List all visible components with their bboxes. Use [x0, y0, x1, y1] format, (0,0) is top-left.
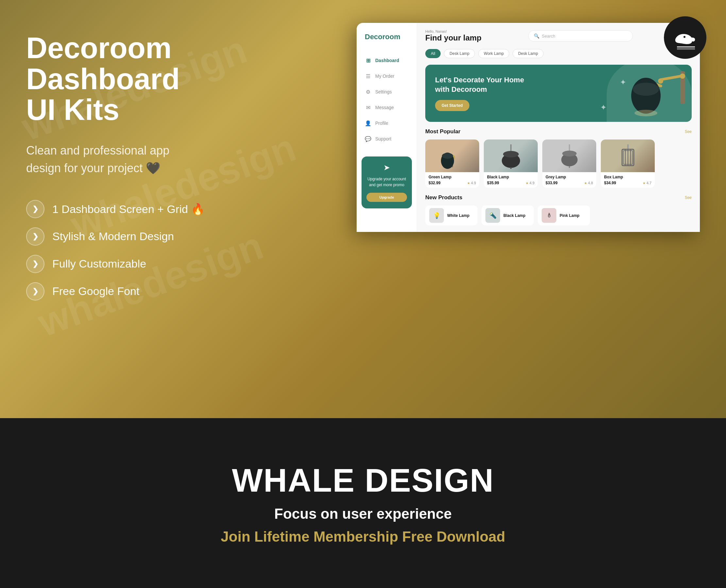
black-lamp-svg [498, 143, 524, 169]
sidebar-label-settings: Settings [375, 89, 392, 94]
filter-tab-desk1[interactable]: Desk Lamp [444, 49, 475, 58]
most-popular-see-all[interactable]: See [685, 129, 692, 134]
product-card-box[interactable]: Box Lamp $34.99 ★ 4.7 [601, 140, 655, 188]
svg-point-24 [562, 151, 577, 156]
sidebar-item-profile[interactable]: 👤 Profile [357, 115, 417, 131]
new-product-name-white: White Lamp [447, 213, 469, 218]
search-bar[interactable]: 🔍 Search [528, 30, 633, 41]
feature-item-4: ❯ Free Google Font [26, 282, 248, 300]
svg-point-17 [442, 153, 453, 159]
new-product-img-pink: 🕯 [542, 208, 556, 223]
filter-tab-work[interactable]: Work Lamp [478, 49, 509, 58]
subtitle: Clean and professional app design for yo… [26, 142, 196, 177]
grey-lamp-svg [556, 143, 583, 169]
product-card-green[interactable]: Green Lamp $32.99 ★ 4.9 [425, 140, 479, 188]
hero-title: Let's Decorate Your Home with Decoroom [435, 76, 533, 94]
svg-rect-22 [569, 144, 570, 151]
dashboard-mockup: Decoroom ⊞ Dashboard ☰ My Order ⚙ Settin… [357, 23, 700, 232]
sidebar-item-order[interactable]: ☰ My Order [357, 68, 417, 84]
sidebar-label-message: Message [375, 105, 394, 110]
upgrade-card: ➤ Upgrade your account and get more prom… [362, 156, 412, 208]
product-card-black[interactable]: Black Lamp $35.99 ★ 4.9 [484, 140, 538, 188]
bottom-section: WHALE DESIGN Focus on user experience Jo… [0, 418, 726, 588]
svg-point-11 [633, 83, 659, 96]
new-products-header: New Products See [425, 194, 692, 201]
new-products-see-all[interactable]: See [685, 195, 692, 200]
sidebar-label-support: Support [375, 136, 391, 142]
dashboard-header: Hello, Nanas! Find your lamp 🔍 Search 🛒 [425, 29, 692, 42]
find-title: Find your lamp [425, 33, 482, 42]
feature-text-4: Free Google Font [52, 285, 139, 298]
product-img-green [425, 140, 479, 172]
hero-text-area: Let's Decorate Your Home with Decoroom G… [435, 76, 533, 111]
new-product-black-new[interactable]: 🔦 Black Lamp [482, 206, 534, 225]
product-meta-black: $35.99 ★ 4.9 [487, 181, 535, 185]
product-info-green: Green Lamp $32.99 ★ 4.9 [425, 172, 479, 188]
feature-icon-2[interactable]: ❯ [26, 227, 44, 246]
feature-list: ❯ 1 Dashboard Screen + Grid 🔥 ❯ Stylish … [26, 200, 248, 300]
new-product-white[interactable]: 💡 White Lamp [425, 206, 478, 225]
support-icon: 💬 [365, 135, 371, 142]
sidebar-item-dashboard[interactable]: ⊞ Dashboard [357, 52, 417, 68]
box-lamp-svg [615, 143, 641, 169]
product-price-box: $34.99 [604, 181, 616, 185]
product-price-grey: $33.99 [546, 181, 558, 185]
star-icon: ★ [467, 181, 470, 185]
top-section: whaledesign whaledesign whaledesign Deco… [0, 0, 726, 418]
feature-icon-3[interactable]: ❯ [26, 255, 44, 273]
main-content: Hello, Nanas! Find your lamp 🔍 Search 🛒 … [417, 23, 700, 232]
product-info-black: Black Lamp $35.99 ★ 4.9 [484, 172, 538, 188]
whale-logo-svg [669, 21, 702, 54]
feature-text-2: Stylish & Modern Design [52, 230, 174, 243]
upgrade-button[interactable]: Upgrade [366, 193, 407, 202]
filter-tab-all[interactable]: All [425, 49, 441, 58]
join-text: Join Lifetime Membership Free Download [221, 528, 505, 545]
focus-text: Focus on user experience [274, 506, 452, 522]
product-img-black [484, 140, 538, 172]
upgrade-text: Upgrade your account and get more promo [366, 176, 407, 188]
svg-point-8 [658, 78, 663, 84]
sidebar-nav: ⊞ Dashboard ☰ My Order ⚙ Settings ✉ Mess… [357, 52, 417, 147]
hero-get-started-button[interactable]: Get Started [435, 100, 469, 111]
product-name-grey: Grey Lamp [546, 175, 593, 179]
sidebar-item-settings[interactable]: ⚙ Settings [357, 84, 417, 100]
dashboard-icon: ⊞ [365, 57, 371, 64]
svg-rect-18 [510, 144, 511, 151]
filter-tabs: All Desk Lamp Work Lamp Desk Lamp [425, 49, 692, 58]
product-rating-black: ★ 4.9 [526, 181, 535, 185]
new-product-pink[interactable]: 🕯 Pink Lamp [538, 206, 590, 225]
message-icon: ✉ [365, 104, 371, 111]
new-product-img-white: 💡 [429, 208, 444, 223]
new-products-title: New Products [425, 194, 462, 201]
product-meta-grey: $33.99 ★ 4.8 [546, 181, 593, 185]
feature-icon-4[interactable]: ❯ [26, 282, 44, 300]
product-name-box: Box Lamp [604, 175, 651, 179]
sidebar: Decoroom ⊞ Dashboard ☰ My Order ⚙ Settin… [357, 23, 417, 232]
product-card-grey[interactable]: Grey Lamp $33.99 ★ 4.8 [542, 140, 596, 188]
sidebar-label-order: My Order [375, 74, 394, 79]
svg-rect-25 [569, 166, 570, 168]
most-popular-title: Most Popular [425, 128, 461, 135]
hero-lamp-svg [620, 65, 692, 122]
header-left: Hello, Nanas! Find your lamp [425, 29, 482, 42]
logo-circle [664, 16, 706, 59]
product-meta-box: $34.99 ★ 4.7 [604, 181, 651, 185]
left-content: Decoroom Dashboard UI Kits Clean and pro… [26, 26, 248, 300]
hero-banner: Let's Decorate Your Home with Decoroom G… [425, 65, 692, 122]
green-lamp-svg [439, 143, 465, 169]
filter-tab-desk2[interactable]: Desk Lamp [512, 49, 544, 58]
svg-point-12 [634, 110, 657, 116]
sidebar-item-message[interactable]: ✉ Message [357, 100, 417, 115]
star-icon-3: ★ [584, 181, 587, 185]
sidebar-item-support[interactable]: 💬 Support [357, 131, 417, 147]
svg-rect-21 [510, 167, 511, 169]
sidebar-label-dashboard: Dashboard [375, 58, 399, 63]
product-img-grey [542, 140, 596, 172]
whale-design-title: WHALE DESIGN [232, 462, 494, 499]
new-product-name-pink: Pink Lamp [560, 213, 580, 218]
profile-icon: 👤 [365, 120, 371, 126]
feature-icon-1[interactable]: ❯ [26, 200, 44, 218]
feature-item-3: ❯ Fully Customizable [26, 255, 248, 273]
product-info-box: Box Lamp $34.99 ★ 4.7 [601, 172, 655, 188]
product-price-green: $32.99 [428, 181, 441, 185]
